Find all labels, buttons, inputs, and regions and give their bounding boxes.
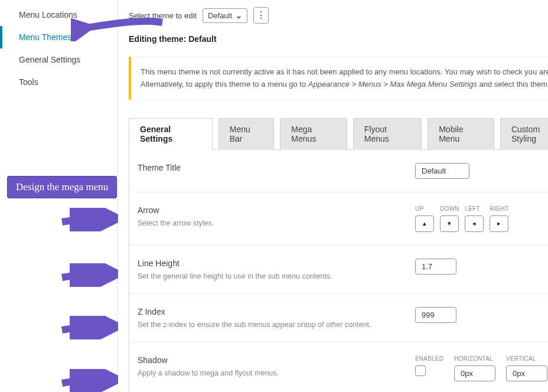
tab-menu-bar[interactable]: Menu Bar — [218, 118, 275, 150]
arrow-left-button[interactable]: ◂ — [465, 215, 484, 232]
arrow-col-label-left: LEFT — [465, 205, 480, 212]
arrow-down-button[interactable]: ▾ — [440, 215, 459, 232]
editing-theme-title: Editing theme: Default — [129, 34, 548, 44]
shadow-col-label-horizontal: HORIZONTAL — [454, 355, 495, 362]
setting-label: Shadow — [138, 355, 403, 365]
tab-label: Custom Styling — [511, 125, 540, 143]
sidebar-item-label: Tools — [19, 77, 38, 87]
setting-desc: Set the general line height to use in th… — [138, 272, 403, 280]
annotation-arrow-icon — [59, 208, 118, 231]
notice-warning: This menu theme is not currently active … — [129, 57, 548, 100]
notice-line-1: This menu theme is not currently active … — [141, 67, 548, 76]
annotation-arrow-icon — [59, 316, 118, 339]
tab-label: Mobile Menu — [439, 125, 463, 143]
annotation-arrow-icon — [59, 369, 118, 392]
setting-label: Theme Title — [138, 163, 403, 172]
sidebar-item-label: General Settings — [19, 55, 80, 64]
theme-actions-button[interactable]: ⋮ — [253, 7, 269, 24]
tab-label: Menu Bar — [230, 125, 250, 143]
z-index-input[interactable] — [415, 307, 456, 323]
annotation-callout: Design the mega menu — [7, 176, 117, 198]
setting-label: Z Index — [138, 307, 403, 316]
setting-row-line-height: Line Height Set the general line height … — [129, 246, 548, 294]
sidebar-item-tools[interactable]: Tools — [0, 71, 118, 93]
sidebar-item-label: Menu Locations — [19, 10, 77, 19]
annotation-callout-text: Design the mega menu — [16, 181, 108, 192]
shadow-group: ENABLED HORIZONTAL VERTICAL BL — [415, 355, 548, 381]
tab-flyout-menus[interactable]: Flyout Menus — [353, 118, 422, 150]
arrow-col-label-right: RIGHT — [490, 205, 508, 212]
theme-select-value: Default — [208, 11, 232, 20]
theme-select[interactable]: Default ⌄ — [203, 8, 247, 23]
arrow-col-label-down: DOWN — [440, 205, 459, 212]
setting-label: Line Height — [138, 259, 403, 268]
tab-custom-styling[interactable]: Custom Styling — [500, 118, 548, 150]
arrow-up-button[interactable]: ▴ — [415, 215, 434, 232]
sidebar-item-label: Menu Themes — [19, 32, 71, 42]
chevron-down-icon: ⌄ — [236, 11, 242, 20]
tab-mega-menus[interactable]: Mega Menus — [280, 118, 347, 150]
setting-row-arrow: Arrow Select the arrow styles. UP ▴ DOWN… — [129, 192, 548, 246]
tab-label: General Settings — [140, 125, 172, 143]
setting-desc: Apply a shadow to mega and flyout menus. — [138, 369, 403, 377]
setting-row-z-index: Z Index Set the z-index to ensure the su… — [129, 294, 548, 342]
shadow-enabled-checkbox[interactable] — [415, 365, 426, 376]
settings-panel: Theme Title Arrow Select the arrow style… — [129, 149, 548, 392]
shadow-col-label-vertical: VERTICAL — [506, 355, 547, 362]
annotation-arrow-icon — [59, 263, 118, 287]
setting-row-shadow: Shadow Apply a shadow to mega and flyout… — [129, 342, 548, 392]
arrow-group: UP ▴ DOWN ▾ LEFT ◂ RIGHT — [415, 205, 548, 232]
shadow-horizontal-input[interactable] — [454, 365, 495, 381]
theme-title-input[interactable] — [415, 163, 469, 179]
tabs: General Settings Menu Bar Mega Menus Fly… — [129, 117, 548, 149]
arrow-up-icon: ▴ — [423, 220, 426, 227]
arrow-right-button[interactable]: ▸ — [490, 215, 508, 232]
select-theme-row: Select theme to edit Default ⌄ ⋮ — [129, 7, 548, 24]
arrow-down-icon: ▾ — [448, 220, 451, 227]
line-height-input[interactable] — [415, 259, 456, 275]
shadow-vertical-input[interactable] — [506, 365, 547, 381]
notice-line-2a: Alternatively, to apply this theme to a … — [141, 80, 308, 89]
main-content: Select theme to edit Default ⌄ ⋮ Editing… — [118, 0, 548, 392]
notice-breadcrumb: Appearance > Menus > Max Mega Menu Setti… — [308, 80, 477, 89]
kebab-icon: ⋮ — [256, 11, 266, 20]
arrow-left-icon: ◂ — [472, 220, 476, 227]
tab-label: Mega Menus — [291, 125, 316, 143]
sidebar-item-general-settings[interactable]: General Settings — [0, 48, 118, 71]
tab-general-settings[interactable]: General Settings — [129, 118, 213, 150]
shadow-col-label-enabled: ENABLED — [415, 355, 443, 362]
tab-mobile-menu[interactable]: Mobile Menu — [428, 118, 494, 150]
arrow-right-icon: ▸ — [497, 220, 501, 227]
setting-desc: Select the arrow styles. — [138, 219, 403, 227]
notice-line-2b: and select this theme — [477, 80, 548, 89]
editing-theme-name: Default — [188, 34, 216, 44]
arrow-col-label-up: UP — [415, 205, 423, 212]
annotation-arrow-icon — [71, 12, 165, 41]
setting-row-theme-title: Theme Title — [129, 150, 548, 192]
tab-label: Flyout Menus — [364, 125, 389, 143]
setting-desc: Set the z-index to ensure the sub menus … — [138, 321, 403, 329]
setting-label: Arrow — [138, 205, 403, 215]
